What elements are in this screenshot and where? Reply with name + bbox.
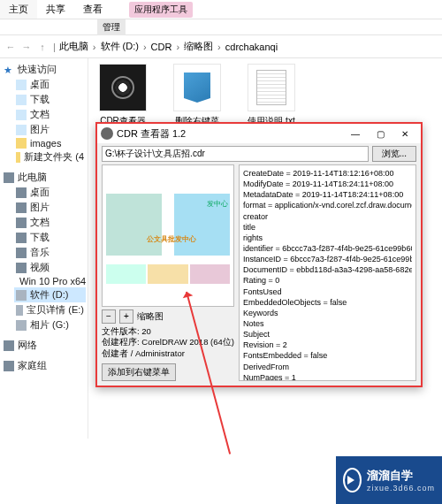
tree-docs[interactable]: 文档 <box>14 107 86 122</box>
quick-access[interactable]: ★快速访问 <box>2 62 86 77</box>
property-row: MetadataDate = 2019-11-14T18:24:11+08:00 <box>243 189 412 200</box>
back-icon[interactable]: ← <box>4 40 18 54</box>
meta-creator: 创建者 / Administrator <box>102 348 234 360</box>
tab-home[interactable]: 主页 <box>0 0 37 19</box>
forward-icon[interactable]: → <box>19 40 34 54</box>
pc-music[interactable]: 音乐 <box>14 245 86 260</box>
file-txt[interactable]: 使用说明.txt <box>240 64 302 127</box>
ribbon: 主页 共享 查看 应用程序工具 <box>0 0 442 19</box>
manage-label[interactable]: 管理 <box>97 19 126 35</box>
titlebar[interactable]: CDR 查看器 1.2 — ▢ ✕ <box>97 124 421 143</box>
property-row: InstanceID = 6bccc7a3-f287-4f4b-9e25-61c… <box>243 254 412 264</box>
app-titlebar-icon <box>101 127 113 140</box>
pc-d-selected[interactable]: 软件 (D:) <box>14 287 86 302</box>
preview-text: 公文具批发中心 <box>147 234 196 244</box>
property-row: Subject <box>243 329 412 340</box>
crumb-folder1[interactable]: CDR <box>151 42 172 52</box>
tree-pics[interactable]: 图片 <box>14 122 86 137</box>
property-row: format = application/x-vnd.corel.zcf.dra… <box>243 200 412 210</box>
property-row: Notes <box>243 318 412 329</box>
zoom-in-button[interactable]: + <box>119 309 133 324</box>
tab-view[interactable]: 查看 <box>74 0 111 19</box>
cdr-viewer-dialog: CDR 查看器 1.2 — ▢ ✕ 浏览... 发中心 公文具批发中心 − + … <box>95 122 423 387</box>
property-row: FontsUsed <box>243 286 412 297</box>
breadcrumb: ← → ↑ | 此电脑› 软件 (D:)› CDR› 缩略图› cdrchaka… <box>0 35 442 58</box>
preview-text: 发中心 <box>207 199 228 209</box>
tree-downloads[interactable]: 下载 <box>14 92 86 107</box>
property-row: rights <box>243 233 412 243</box>
txt-icon <box>256 70 286 105</box>
meta-build: 创建程序: CorelDRAW 2018 (64位) <box>102 337 234 348</box>
property-row: ModifyDate = 2019-11-14T18:24:11+08:00 <box>243 179 412 189</box>
watermark-url: zixue.3d66.com <box>367 484 435 493</box>
up-icon[interactable]: ↑ <box>35 40 50 54</box>
property-row: Keywords <box>243 308 412 318</box>
meta-version: 文件版本: 20 <box>102 326 234 338</box>
play-icon <box>343 468 362 493</box>
tree-images[interactable]: images <box>14 137 86 149</box>
pc-downloads[interactable]: 下载 <box>14 230 86 245</box>
minimize-button[interactable]: — <box>343 125 368 142</box>
pc-c[interactable]: Win 10 Pro x64 (C: <box>14 275 86 287</box>
app-icon <box>111 76 134 99</box>
preview-pane: 发中心 公文具批发中心 <box>102 164 234 307</box>
homegroup[interactable]: 家庭组 <box>2 358 86 373</box>
pc-video[interactable]: 视频 <box>14 260 86 275</box>
browse-button[interactable]: 浏览... <box>372 146 416 162</box>
zoom-label: 缩略图 <box>137 310 164 323</box>
crumb-folder2[interactable]: 缩略图 <box>184 40 213 53</box>
pc-pics[interactable]: 图片 <box>14 200 86 215</box>
dialog-title: CDR 查看器 1.2 <box>117 127 186 141</box>
nav-tree: ★快速访问 桌面 下载 文档 图片 images 新建文件夹 (4 此电脑 桌面… <box>0 58 88 439</box>
tab-share[interactable]: 共享 <box>37 0 74 19</box>
property-row: DerivedFrom <box>243 362 412 372</box>
properties-panel[interactable]: CreateDate = 2019-11-14T18:12:16+08:00Mo… <box>239 164 416 381</box>
this-pc[interactable]: 此电脑 <box>2 170 86 185</box>
app-tools-label: 应用程序工具 <box>129 2 193 18</box>
crumb-drive[interactable]: 软件 (D:) <box>101 40 139 53</box>
pc-g[interactable]: 相片 (G:) <box>14 317 86 332</box>
property-row: identifier = 6bccc7a3-f287-4f4b-9e25-61c… <box>243 243 412 254</box>
reg-icon <box>184 73 210 103</box>
property-row: Rating = 0 <box>243 275 412 286</box>
pc-e[interactable]: 宝贝详情 (E:) <box>14 302 86 317</box>
property-row: Revision = 2 <box>243 340 412 350</box>
crumb-root[interactable]: 此电脑 <box>59 40 88 53</box>
close-button[interactable]: ✕ <box>392 125 417 142</box>
property-row: title <box>243 222 412 233</box>
zoom-out-button[interactable]: − <box>102 309 116 324</box>
star-icon: ★ <box>4 65 14 75</box>
network[interactable]: 网络 <box>2 338 86 353</box>
pc-desktop[interactable]: 桌面 <box>14 185 86 200</box>
maximize-button[interactable]: ▢ <box>368 125 392 142</box>
property-row: creator <box>243 211 412 222</box>
add-context-menu-button[interactable]: 添加到右键菜单 <box>102 363 176 381</box>
watermark-brand: 溜溜自学 <box>367 468 435 484</box>
property-row: DocumentID = ebbd118d-a3a3-4298-aa58-682… <box>243 264 412 275</box>
property-row: FontsEmbedded = false <box>243 350 412 361</box>
watermark: 溜溜自学 zixue.3d66.com <box>336 456 442 504</box>
property-row: CreateDate = 2019-11-14T18:12:16+08:00 <box>243 168 412 179</box>
property-row: EmbeddedOleObjects = false <box>243 297 412 308</box>
tree-desktop[interactable]: 桌面 <box>14 77 86 92</box>
crumb-folder3[interactable]: cdrchakanqi <box>225 42 278 52</box>
tree-newfolder[interactable]: 新建文件夹 (4 <box>14 149 86 164</box>
file-path-input[interactable] <box>102 146 369 162</box>
property-row: NumPages = 1 <box>243 372 412 381</box>
pc-docs[interactable]: 文档 <box>14 215 86 230</box>
